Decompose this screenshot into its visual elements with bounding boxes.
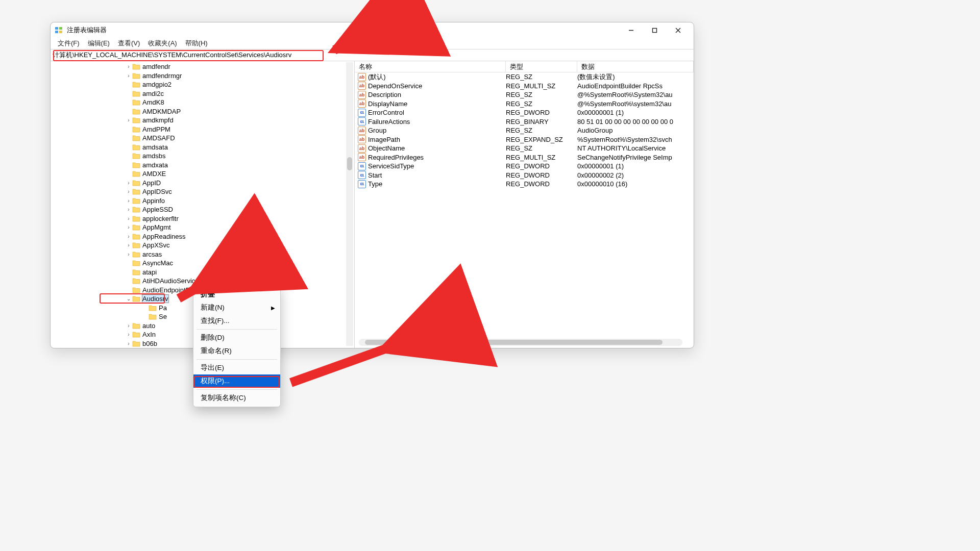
string-value-icon [358,135,366,143]
tree-item[interactable]: ›Appinfo [51,196,354,206]
value-name: RequiredPrivileges [368,154,506,161]
ctx-separator [197,389,277,390]
tree-item[interactable]: ›AppXSvc [51,241,354,250]
tree-item[interactable]: ›AppMgmt [51,223,354,232]
app-icon [55,26,63,34]
tree-item[interactable]: AmdPPM [51,125,354,134]
ctx-collapse[interactable]: 折叠 [193,288,280,301]
address-text: 计算机\HKEY_LOCAL_MACHINE\SYSTEM\CurrentCon… [53,51,291,60]
tree-item[interactable]: ›AppleSSD [51,205,354,214]
value-row[interactable]: DisplayNameREG_SZ@%SystemRoot%\system32\… [355,99,694,109]
tree-item[interactable]: ›amdfendr [51,62,354,71]
folder-icon [132,224,140,231]
tree-item[interactable]: AmdK8 [51,98,354,107]
tree-item-label: applockerfltr [142,215,179,222]
value-row[interactable]: DependOnServiceREG_MULTI_SZAudioEndpoint… [355,82,694,91]
tree-item[interactable]: amdgpio2 [51,80,354,89]
tree-item-label: amdsata [142,143,168,151]
value-row[interactable]: FailureActionsREG_BINARY80 51 01 00 00 0… [355,117,694,127]
tree-item-label: Appinfo [142,197,165,205]
value-row[interactable]: ImagePathREG_EXPAND_SZ%SystemRoot%\Syste… [355,135,694,144]
values-header[interactable]: 名称 类型 数据 [355,61,694,72]
value-data: SeChangeNotifyPrivilege SeImp [577,154,694,161]
chevron-right-icon: › [128,242,129,248]
folder-icon [132,287,140,293]
tree-item[interactable]: amdsbs [51,152,354,161]
ctx-rename[interactable]: 重命名(R) [193,344,280,358]
value-name: ObjectName [368,144,506,152]
value-data: @%SystemRoot%\System32\au [577,91,694,98]
window-title: 注册表编辑器 [67,26,619,35]
chevron-right-icon: › [128,207,129,212]
folder-icon [132,135,140,141]
tree-item[interactable]: ›AppIDSvc [51,187,354,196]
close-button[interactable] [666,22,690,38]
value-row[interactable]: ServiceSidTypeREG_DWORD0x00000001 (1) [355,162,694,171]
col-data[interactable]: 数据 [577,61,694,72]
values-hscrollbar-thumb[interactable] [365,340,663,345]
value-row[interactable]: GroupREG_SZAudioGroup [355,126,694,135]
string-value-icon [358,73,366,81]
tree-item[interactable]: atapi [51,268,354,277]
menu-favorites[interactable]: 收藏夹(A) [144,38,181,49]
tree-item[interactable]: amdsata [51,143,354,152]
maximize-button[interactable] [643,22,666,38]
ctx-find[interactable]: 查找(F)... [193,314,280,328]
tree-item-label: AppMgmt [142,223,171,231]
col-name[interactable]: 名称 [355,61,506,72]
ctx-delete[interactable]: 删除(D) [193,331,280,344]
tree-item[interactable]: ›amdkmpfd [51,116,354,125]
tree-scrollbar[interactable] [346,62,353,346]
value-row[interactable]: ErrorControlREG_DWORD0x00000001 (1) [355,108,694,117]
folder-icon [132,188,140,195]
value-name: ImagePath [368,136,506,143]
tree-item-label: Pa [159,304,167,312]
tree-item[interactable]: ›amdfendrmgr [51,71,354,81]
value-type: REG_DWORD [506,162,577,170]
col-type[interactable]: 类型 [506,61,577,72]
menu-edit[interactable]: 编辑(E) [84,38,114,49]
value-row[interactable]: TypeREG_DWORD0x00000010 (16) [355,180,694,189]
tree-item-label: AppIDSvc [142,188,172,195]
tree-item[interactable]: AMDSAFD [51,134,354,143]
folder-icon [132,144,140,151]
menu-help[interactable]: 帮助(H) [181,38,212,49]
tree-item[interactable]: AMDKMDAP [51,107,354,116]
ctx-export[interactable]: 导出(E) [193,361,280,374]
tree-item[interactable]: AMDXE [51,169,354,179]
registry-editor-window: 注册表编辑器 文件(F) 编辑(E) 查看(V) 收藏夹(A) 帮助(H) 计算… [50,22,694,348]
value-type: REG_SZ [506,91,577,98]
tree-item-label: Se [159,313,167,320]
value-row[interactable]: StartREG_DWORD0x00000002 (2) [355,171,694,180]
values-hscrollbar[interactable] [359,339,682,346]
tree-item-label: amdgpio2 [142,81,172,88]
value-row[interactable]: ObjectNameREG_SZNT AUTHORITY\LocalServic… [355,144,694,153]
tree-item[interactable]: amdxata [51,161,354,170]
value-row[interactable]: RequiredPrivilegesREG_MULTI_SZSeChangeNo… [355,153,694,162]
folder-icon [132,215,140,222]
minimize-button[interactable] [619,22,643,38]
value-name: ErrorControl [368,109,506,116]
values-pane[interactable]: 名称 类型 数据 (默认)REG_SZ(数值未设置)DependOnServic… [355,61,694,348]
tree-item[interactable]: amdi2c [51,89,354,98]
tree-scrollbar-thumb[interactable] [347,157,352,170]
tree-item-label: AMDSAFD [142,134,175,142]
tree-item[interactable]: ›AppReadiness [51,232,354,241]
value-name: Group [368,127,506,134]
value-name: FailureActions [368,118,506,126]
value-name: Type [368,180,506,188]
ctx-permissions[interactable]: 权限(P)... [193,374,280,388]
address-bar[interactable]: 计算机\HKEY_LOCAL_MACHINE\SYSTEM\CurrentCon… [51,49,694,61]
value-row[interactable]: DescriptionREG_SZ@%SystemRoot%\System32\… [355,90,694,99]
tree-item[interactable]: ›arcsas [51,250,354,259]
menu-file[interactable]: 文件(F) [54,38,84,49]
ctx-copy-key-name[interactable]: 复制项名称(C) [193,391,280,405]
ctx-new[interactable]: 新建(N)▶ [193,301,280,314]
tree-item[interactable]: AtiHDAudioService [51,277,354,286]
menu-view[interactable]: 查看(V) [114,38,144,49]
value-row[interactable]: (默认)REG_SZ(数值未设置) [355,72,694,82]
tree-item[interactable]: ›AppID [51,179,354,188]
value-type: REG_DWORD [506,171,577,179]
tree-item[interactable]: AsyncMac [51,259,354,268]
tree-item[interactable]: ›applockerfltr [51,214,354,223]
